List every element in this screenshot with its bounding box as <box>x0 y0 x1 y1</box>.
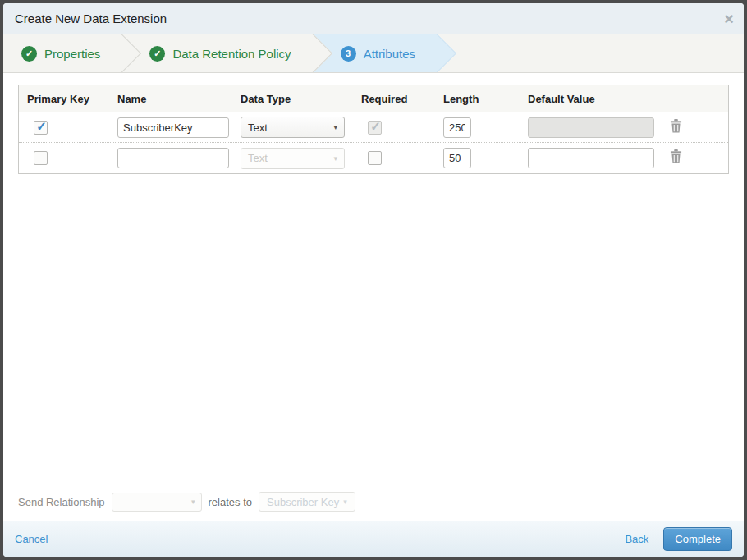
send-relationship-label: Send Relationship <box>18 496 105 508</box>
length-input[interactable] <box>443 148 471 168</box>
table-row: ✓ Text ▾ ✓ <box>19 143 728 173</box>
data-type-select: Text ▾ <box>241 148 345 169</box>
col-header-default-value: Default Value <box>520 93 655 105</box>
check-circle-icon: ✓ <box>21 46 37 62</box>
dialog-content: Primary Key Name Data Type Required Leng… <box>3 73 744 521</box>
step-number-icon: 3 <box>341 46 356 62</box>
wizard-step-properties[interactable]: ✓ Properties <box>3 34 121 72</box>
content-spacer <box>18 174 729 488</box>
col-header-name: Name <box>109 93 232 105</box>
delete-row-button[interactable] <box>670 119 682 133</box>
close-icon[interactable]: × <box>724 11 734 27</box>
required-checkbox[interactable]: ✓ <box>368 151 382 165</box>
trash-icon <box>670 149 682 163</box>
step-label: Properties <box>44 47 100 61</box>
dialog-footer: Cancel Back Complete <box>3 521 744 557</box>
col-header-length: Length <box>435 93 520 105</box>
length-input[interactable] <box>443 117 471 138</box>
check-circle-icon: ✓ <box>149 46 165 62</box>
col-header-data-type: Data Type <box>232 93 353 105</box>
back-link[interactable]: Back <box>625 533 648 545</box>
default-value-input[interactable] <box>528 148 654 168</box>
delete-row-button[interactable] <box>670 149 682 163</box>
required-checkbox: ✓ <box>368 121 382 135</box>
cancel-link[interactable]: Cancel <box>15 533 48 545</box>
attributes-table: Primary Key Name Data Type Required Leng… <box>18 85 729 174</box>
wizard-step-data-retention-policy[interactable]: ✓ Data Retention Policy <box>121 34 312 72</box>
create-data-extension-dialog: Create New Data Extension × ✓ Properties… <box>0 0 747 560</box>
chevron-down-icon: ▾ <box>333 123 337 131</box>
chevron-down-icon: ▾ <box>191 498 195 506</box>
wizard-steps: ✓ Properties ✓ Data Retention Policy 3 A… <box>3 34 744 73</box>
send-relationship-row: Send Relationship ▾ relates to Subscribe… <box>18 488 729 521</box>
subscriber-key-dropdown: Subscriber Key ▾ <box>259 492 355 512</box>
trash-icon <box>670 119 682 133</box>
step-label: Data Retention Policy <box>172 47 291 61</box>
step-label: Attributes <box>364 47 415 61</box>
name-input[interactable] <box>117 148 229 168</box>
dialog-title: Create New Data Extension <box>15 11 167 25</box>
data-type-select[interactable]: Text ▾ <box>241 117 345 138</box>
table-row: ✓ Text ▾ ✓ <box>19 112 728 143</box>
checkmark-icon: ✓ <box>370 120 381 132</box>
dialog-titlebar: Create New Data Extension × <box>3 3 744 34</box>
selected-data-type: Text <box>248 152 268 164</box>
default-value-input <box>528 117 654 138</box>
subscriber-key-label: Subscriber Key <box>267 496 339 508</box>
relates-to-label: relates to <box>209 496 252 508</box>
complete-button[interactable]: Complete <box>663 527 732 551</box>
checkmark-icon: ✓ <box>36 120 47 132</box>
table-header-row: Primary Key Name Data Type Required Leng… <box>19 85 728 112</box>
chevron-down-icon: ▾ <box>333 154 337 163</box>
primary-key-checkbox[interactable]: ✓ <box>34 151 48 165</box>
col-header-required: Required <box>353 93 435 105</box>
col-header-primary-key: Primary Key <box>19 93 109 105</box>
name-input[interactable] <box>117 117 229 138</box>
selected-data-type: Text <box>248 122 268 134</box>
send-relationship-select: ▾ <box>112 493 202 512</box>
chevron-down-icon: ▾ <box>343 498 347 506</box>
primary-key-checkbox[interactable]: ✓ <box>34 121 48 135</box>
